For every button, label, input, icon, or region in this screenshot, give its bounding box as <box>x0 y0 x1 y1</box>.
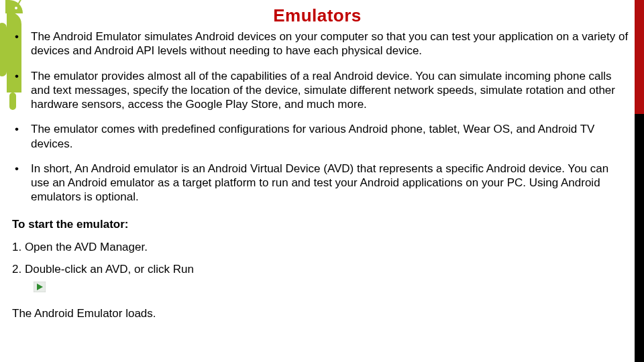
slide-title: Emulators <box>0 5 635 26</box>
right-red-accent <box>635 0 644 114</box>
bullet-item: The emulator comes with predefined confi… <box>12 122 629 151</box>
bullet-list: The Android Emulator simulates Android d… <box>12 29 629 204</box>
slide-content: The Android Emulator simulates Android d… <box>12 29 629 320</box>
subheading-start-emulator: To start the emulator: <box>12 218 629 231</box>
closing-text: The Android Emulator loads. <box>12 307 629 320</box>
android-mascot-arm <box>0 23 7 76</box>
run-icon <box>34 280 46 298</box>
bullet-item: In short, An Android emulator is an Andr… <box>12 162 629 204</box>
step-2-text: 2. Double-click an AVD, or click Run <box>12 263 194 276</box>
bullet-item: The emulator provides almost all of the … <box>12 69 629 112</box>
step-2: 2. Double-click an AVD, or click Run <box>12 260 629 298</box>
step-1: 1. Open the AVD Manager. <box>12 238 629 256</box>
bullet-item: The Android Emulator simulates Android d… <box>12 29 629 58</box>
